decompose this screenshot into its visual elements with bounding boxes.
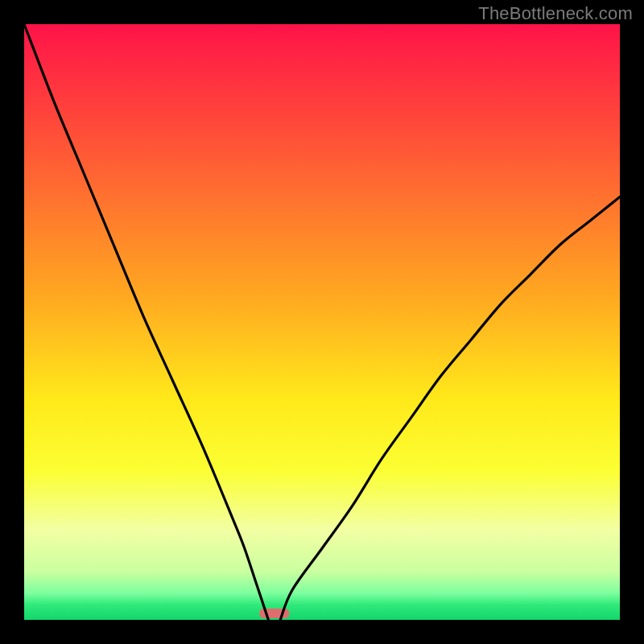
plot-background xyxy=(24,24,620,620)
watermark-text: TheBottleneck.com xyxy=(478,3,633,24)
chart-frame: TheBottleneck.com xyxy=(0,0,644,644)
bottleneck-chart xyxy=(0,0,644,644)
